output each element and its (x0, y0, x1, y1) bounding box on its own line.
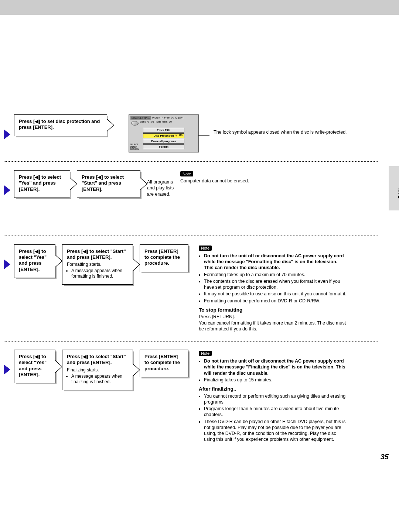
flow-arrow-icon (4, 364, 10, 375)
note-item: Do not turn the unit off or disconnect t… (204, 358, 347, 376)
after-item: Programs longer than 5 minutes are divid… (204, 406, 347, 418)
disc-icon (131, 121, 139, 126)
note-item: Finalizing takes up to 15 minutes. (204, 377, 347, 383)
step-text: Press [◀] to select "Start" and press [E… (67, 248, 126, 260)
stop-formatting-line2: You can cancel formatting if it takes mo… (199, 320, 347, 332)
osd-nav-labels: SELECT ENTER RETURN (130, 143, 139, 151)
erase-result-text: All programs and play lists are erased. (147, 179, 177, 197)
osd-item-label: Disc Protection (153, 134, 174, 137)
note-body: Computer data cannot be erased. (180, 178, 328, 184)
osd-mark-val: 10 (169, 120, 172, 127)
page-number: 35 (381, 453, 389, 461)
step-set-protection: Press [◀] to set disc protection and pre… (14, 114, 107, 136)
note-item: Formatting takes up to a maximum of 70 m… (204, 272, 347, 278)
note-item: It may not be possible to use a disc on … (204, 291, 347, 297)
osd-free-label: Free (164, 116, 170, 120)
step-select-start: Press [◀] to select "Start" and press [E… (77, 170, 140, 198)
step-select-yes: Press [◀] to select "Yes" and press [ENT… (14, 170, 70, 198)
note-badge: Note (199, 246, 212, 251)
divider (4, 341, 378, 341)
after-item: You cannot record or perform editing suc… (204, 393, 347, 405)
note-item: The contents on the disc are erased when… (204, 278, 347, 291)
row-format: Press [◀] to select "Yes" and press [ENT… (0, 244, 385, 332)
osd-item-disc-protection: Disc Protection 🔒 On (143, 133, 184, 138)
osd-disc-setting: DISC SETTING Prog # 7 Free 0 : 42 (SP) U… (129, 114, 199, 152)
flow-arrow-icon (4, 129, 10, 140)
step-subtext: Finalizing starts. A message appears whe… (67, 367, 126, 385)
step-select-start-format: Press [◀] to select "Start" and press [E… (62, 244, 133, 285)
after-item: These DVD-R can be played on other Hitac… (204, 419, 347, 443)
note-item: Formatting cannot be performed on DVD-R … (204, 298, 347, 304)
side-tab-label: Editing (397, 183, 399, 199)
step-subtext: Formatting starts. A message appears whe… (67, 262, 126, 279)
note-badge: Note (180, 171, 193, 176)
divider (4, 161, 378, 162)
step-enter-complete: Press [ENTER] to complete the procedure. (140, 350, 188, 377)
note-badge: Note (199, 351, 212, 356)
osd-prog-val: 7 (161, 116, 163, 120)
step-enter-complete: Press [ENTER] to complete the procedure. (140, 244, 188, 272)
step-text: Press [◀] to select "Yes" and press [ENT… (19, 174, 61, 192)
step-text: Press [ENTER] to complete the procedure. (144, 354, 180, 371)
step-text: Press [◀] to select "Yes" and press [ENT… (19, 248, 47, 272)
step-text: Press [◀] to select "Start" and press [E… (82, 174, 124, 192)
osd-item-enter-title: Enter Title (143, 128, 184, 133)
row-finalize: Press [◀] to select "Yes" and press [ENT… (0, 350, 385, 445)
stop-formatting-heading: To stop formatting (199, 307, 347, 313)
osd-title: DISC SETTING (130, 116, 151, 120)
osd-used-val: 0 : 58 (147, 120, 154, 127)
step-select-yes: Press [◀] to select "Yes" and press [ENT… (14, 244, 55, 278)
finalize-notes: Do not turn the unit off or disconnect t… (199, 358, 347, 443)
step-select-start-finalize: Press [◀] to select "Start" and press [E… (62, 350, 133, 390)
osd-item-format: Format (143, 144, 184, 149)
osd-free-val: 0 : 42 (SP) (171, 116, 183, 120)
lock-callout-text: The lock symbol appears closed when the … (214, 129, 347, 135)
stop-formatting-line1: Press [RETURN]. (199, 314, 347, 320)
osd-mark-label: Total Mark (156, 120, 167, 127)
manual-page: Editing Press [◀] to set disc protection… (0, 0, 399, 468)
flow-arrow-icon (4, 185, 10, 195)
step-text: Press [◀] to select "Yes" and press [ENT… (19, 354, 47, 377)
osd-prog-label: Prog # (152, 116, 160, 120)
row-disc-protection: Press [◀] to set disc protection and pre… (0, 114, 385, 152)
row-erase-all: Press [◀] to select "Yes" and press [ENT… (0, 170, 385, 198)
divider (4, 236, 378, 236)
osd-used-label: Used (140, 120, 146, 127)
after-finalizing-heading: After finalizing.. (199, 386, 347, 392)
note-item: Do not turn the unit off or disconnect t… (204, 253, 347, 271)
flow-arrow-icon (4, 259, 10, 270)
lock-icon: 🔒 On (175, 134, 183, 137)
step-select-yes: Press [◀] to select "Yes" and press [ENT… (14, 350, 55, 383)
format-notes: Do not turn the unit off or disconnect t… (199, 253, 347, 332)
step-text: Press [ENTER] to complete the procedure. (144, 248, 180, 266)
osd-item-erase-all: Erase all programs (143, 139, 184, 144)
step-text: Press [◀] to set disc protection and pre… (19, 119, 100, 130)
step-text: Press [◀] to select "Start" and press [E… (67, 354, 126, 365)
callout-line (198, 135, 209, 136)
